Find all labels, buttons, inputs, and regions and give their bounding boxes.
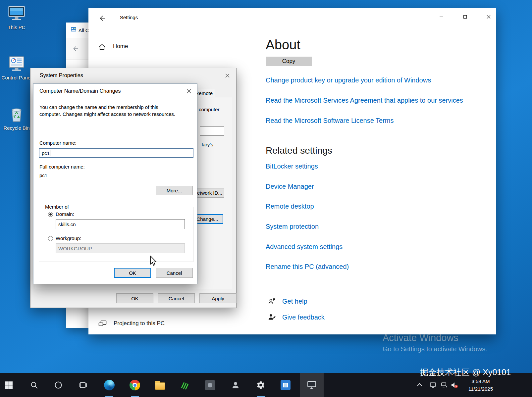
- close-button[interactable]: [481, 8, 496, 25]
- cancel-button[interactable]: Cancel: [158, 293, 195, 303]
- computer-name-dialog: Computer Name/Domain Changes You can cha…: [33, 83, 197, 284]
- search-icon[interactable]: [26, 373, 42, 397]
- control-panel-window-icon: [71, 26, 77, 34]
- related-settings-heading: Related settings: [266, 145, 332, 156]
- give-feedback-link[interactable]: Give feedback: [282, 314, 325, 321]
- computer-description-field[interactable]: [200, 126, 224, 136]
- workgroup-label: Workgroup:: [56, 235, 81, 241]
- dialog-description-line1: You can change the name and the membersh…: [39, 104, 158, 110]
- sidebar-item-label: Projecting to this PC: [114, 320, 165, 327]
- text-caret: [50, 150, 50, 156]
- apply-button[interactable]: Apply: [199, 293, 237, 303]
- workgroup-value: WORKGROUP: [58, 246, 92, 251]
- domain-input[interactable]: skills.cn: [56, 219, 185, 229]
- link-bitlocker-settings[interactable]: BitLocker settings: [266, 163, 318, 170]
- domain-value: skills.cn: [58, 222, 76, 227]
- minimize-button[interactable]: [434, 8, 449, 25]
- control-panel-window-title: All Control Panel Items: [79, 27, 88, 33]
- chrome-icon[interactable]: [127, 373, 143, 397]
- mouse-cursor: [150, 256, 157, 268]
- control-panel-toolbar: [66, 38, 88, 60]
- control-panel-icon: [1, 54, 32, 75]
- app-icon-green-tool[interactable]: [177, 373, 193, 397]
- start-button[interactable]: [1, 373, 17, 397]
- desktop-icon-this-pc[interactable]: This PC: [1, 4, 32, 30]
- computer-name-input[interactable]: pc1: [39, 148, 193, 158]
- link-advanced-system-settings[interactable]: Advanced system settings: [266, 243, 343, 251]
- link-change-product-key[interactable]: Change product key or upgrade your editi…: [266, 76, 431, 84]
- dialog-description-line2: computer. Changes might affect access to…: [39, 111, 175, 117]
- control-panel-titlebar: All Control Panel Items: [66, 23, 88, 38]
- active-app-display[interactable]: [300, 373, 324, 397]
- back-arrow-icon[interactable]: [72, 45, 79, 53]
- domain-label: Domain:: [56, 211, 74, 217]
- taskbar-clock[interactable]: 3:58 AM 11/21/2025: [463, 377, 498, 393]
- member-of-group: Member of Domain: skills.cn Workgroup: W…: [39, 207, 193, 262]
- description-fragment: computer: [199, 107, 220, 112]
- file-explorer-icon[interactable]: [152, 373, 168, 397]
- sidebar-item-home[interactable]: Home: [93, 40, 166, 55]
- sidebar-item-label: Home: [113, 43, 128, 50]
- credit-watermark: 掘金技术社区 @ Xy0101: [420, 367, 511, 378]
- cancel-button[interactable]: Cancel: [156, 268, 193, 278]
- dialog-title: Computer Name/Domain Changes: [39, 88, 121, 94]
- get-help-icon: [268, 297, 276, 307]
- maximize-button[interactable]: [457, 8, 473, 25]
- home-icon: [98, 43, 106, 52]
- link-device-manager[interactable]: Device Manager: [266, 183, 314, 190]
- desktop-icon-label: Control Panel: [1, 75, 32, 81]
- app-icon-person[interactable]: [228, 373, 243, 397]
- system-properties-title: System Properties: [40, 73, 83, 78]
- desktop: { "desktop": { "icons": [ { "name": "thi…: [0, 0, 532, 397]
- desktop-icon-control-panel[interactable]: Control Panel: [1, 54, 32, 81]
- workgroup-radio[interactable]: [48, 236, 53, 241]
- link-services-agreement[interactable]: Read the Microsoft Services Agreement th…: [266, 97, 463, 104]
- back-button[interactable]: [97, 13, 108, 23]
- page-title: About: [266, 37, 300, 52]
- app-icon-gray-tool[interactable]: [202, 373, 218, 397]
- desktop-icon-label: This PC: [1, 25, 32, 30]
- member-of-label: Member of: [43, 204, 71, 210]
- more-button[interactable]: More...: [156, 186, 193, 195]
- edge-icon[interactable]: [101, 373, 117, 397]
- computer-name-label: Computer name:: [39, 140, 77, 146]
- link-license-terms[interactable]: Read the Microsoft Software License Term…: [266, 117, 394, 124]
- give-feedback-icon: [268, 313, 276, 323]
- desktop-icon-label: Recycle Bin: [1, 125, 32, 131]
- example-fragment: lary's: [202, 142, 213, 147]
- settings-window-title: Settings: [120, 14, 138, 21]
- this-pc-icon: [1, 4, 32, 25]
- ok-button[interactable]: OK: [114, 268, 151, 278]
- cortana-icon[interactable]: [50, 373, 66, 397]
- recycle-bin-icon: [1, 105, 32, 125]
- close-icon[interactable]: [184, 87, 194, 95]
- clock-time: 3:58 AM: [463, 377, 498, 385]
- copy-button[interactable]: Copy: [266, 57, 312, 66]
- clock-date: 11/21/2025: [463, 385, 498, 393]
- domain-radio[interactable]: [48, 212, 53, 217]
- projecting-icon: [98, 320, 107, 329]
- settings-gear-icon[interactable]: [253, 373, 269, 397]
- sidebar-item-projecting[interactable]: Projecting to this PC: [93, 316, 186, 332]
- get-help-link[interactable]: Get help: [282, 298, 307, 305]
- activate-windows-watermark-subtitle: Go to Settings to activate Windows.: [383, 345, 487, 353]
- full-name-value: pc1: [39, 173, 47, 178]
- close-icon[interactable]: [220, 71, 234, 80]
- workgroup-input[interactable]: WORKGROUP: [56, 243, 185, 253]
- computer-name-value: pc1: [42, 150, 50, 156]
- app-icon-blue-tool[interactable]: [278, 373, 293, 397]
- task-view-icon[interactable]: [75, 373, 91, 397]
- ok-button[interactable]: OK: [116, 293, 153, 303]
- link-system-protection[interactable]: System protection: [266, 223, 319, 230]
- link-remote-desktop[interactable]: Remote desktop: [266, 203, 314, 210]
- full-name-label: Full computer name:: [39, 164, 85, 170]
- desktop-icon-recycle-bin[interactable]: Recycle Bin: [1, 105, 32, 131]
- link-rename-this-pc[interactable]: Rename this PC (advanced): [266, 263, 349, 271]
